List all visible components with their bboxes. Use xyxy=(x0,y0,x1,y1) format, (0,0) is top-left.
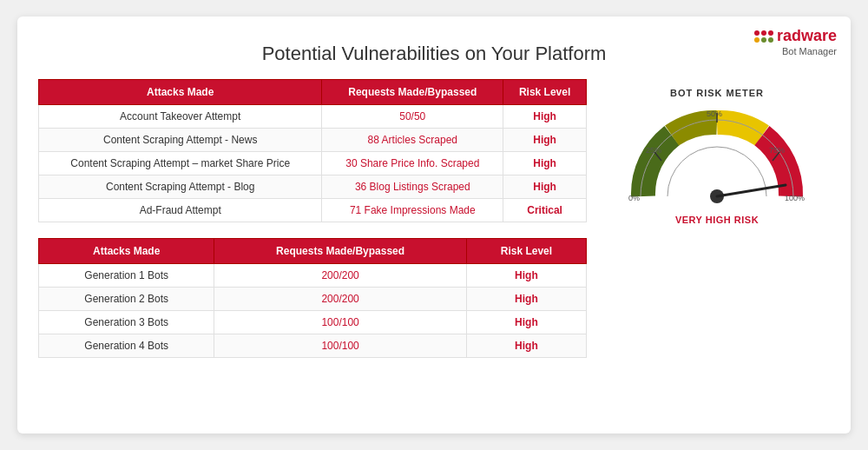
table2: Attacks Made Requests Made/Bypassed Risk… xyxy=(38,238,587,358)
attack-name: Generation 1 Bots xyxy=(39,264,214,288)
table-row: Content Scraping Attempt - News88 Articl… xyxy=(39,129,587,152)
risk-cell: High xyxy=(466,288,586,311)
logo-text: radware xyxy=(777,27,837,45)
requests-cell: 71 Fake Impressions Made xyxy=(322,199,503,222)
attack-name: Generation 3 Bots xyxy=(39,311,214,334)
logo-dot xyxy=(754,30,760,36)
requests-cell: 100/100 xyxy=(214,334,467,358)
logo-dot xyxy=(768,37,773,43)
gauge-risk-label: VERY HIGH RISK xyxy=(675,215,759,225)
table-row: Generation 3 Bots100/100High xyxy=(39,311,587,334)
gauge-section: BOT RISK METER xyxy=(604,79,830,374)
table1-header: Attacks Made Requests Made/Bypassed Risk… xyxy=(39,80,587,105)
gauge-title: BOT RISK METER xyxy=(670,88,764,98)
table2-wrapper: Attacks Made Requests Made/Bypassed Risk… xyxy=(38,238,587,358)
risk-cell: High xyxy=(503,152,587,175)
attack-name: Content Scraping Attempt - Blog xyxy=(39,175,322,199)
risk-cell: High xyxy=(503,129,587,152)
logo-dot xyxy=(768,30,773,36)
tables-section: Attacks Made Requests Made/Bypassed Risk… xyxy=(38,79,587,374)
table2-col2-header: Requests Made/Bypassed xyxy=(214,239,467,264)
risk-cell: High xyxy=(503,105,587,129)
attack-name: Generation 4 Bots xyxy=(39,334,214,358)
requests-cell: 88 Articles Scraped xyxy=(322,129,503,152)
gauge-label-100: 100% xyxy=(785,194,805,202)
attack-name: Ad-Fraud Attempt xyxy=(39,199,322,222)
requests-cell: 36 Blog Listings Scraped xyxy=(322,175,503,199)
table-row: Generation 1 Bots200/200High xyxy=(39,264,587,288)
table2-header: Attacks Made Requests Made/Bypassed Risk… xyxy=(39,239,587,264)
table-row: Generation 2 Bots200/200High xyxy=(39,288,587,311)
logo-dot xyxy=(761,30,766,36)
requests-cell: 200/200 xyxy=(214,288,467,311)
table2-col3-header: Risk Level xyxy=(466,239,586,264)
risk-cell: High xyxy=(466,264,586,288)
requests-cell: 100/100 xyxy=(214,311,467,334)
content-layout: Attacks Made Requests Made/Bypassed Risk… xyxy=(38,79,830,374)
table1-col1-header: Attacks Made xyxy=(39,80,322,105)
table-row: Account Takeover Attempt50/50High xyxy=(39,105,587,129)
gauge-container: 0% 25% 50% 75% 100% xyxy=(621,105,812,209)
page-title: Potential Vulnerabilities on Your Platfo… xyxy=(38,43,830,65)
table1-body: Account Takeover Attempt50/50HighContent… xyxy=(39,105,587,222)
logo-sub: Bot Manager xyxy=(782,46,837,56)
gauge-svg: 0% 25% 50% 75% 100% xyxy=(621,105,812,214)
table2-col1-header: Attacks Made xyxy=(39,239,214,264)
logo-dot xyxy=(761,37,766,43)
requests-cell: 200/200 xyxy=(214,264,467,288)
table1-col2-header: Requests Made/Bypassed xyxy=(322,80,503,105)
table-row: Content Scraping Attempt – market Share … xyxy=(39,152,587,175)
table-row: Content Scraping Attempt - Blog36 Blog L… xyxy=(39,175,587,199)
table1-wrapper: Attacks Made Requests Made/Bypassed Risk… xyxy=(38,79,587,222)
logo-dot xyxy=(754,37,760,43)
table1-col3-header: Risk Level xyxy=(503,80,587,105)
logo-dots xyxy=(754,30,773,43)
gauge-label-25: 25% xyxy=(646,146,661,155)
main-card: radware Bot Manager Potential Vulnerabil… xyxy=(17,17,851,433)
logo: radware Bot Manager xyxy=(754,27,837,56)
attack-name: Generation 2 Bots xyxy=(39,288,214,311)
risk-cell: High xyxy=(466,334,586,358)
gauge-needle xyxy=(717,185,786,196)
risk-cell: High xyxy=(466,311,586,334)
requests-cell: 30 Share Price Info. Scraped xyxy=(322,152,503,175)
attack-name: Content Scraping Attempt - News xyxy=(39,129,322,152)
gauge-label-50: 50% xyxy=(707,109,722,118)
table-row: Generation 4 Bots100/100High xyxy=(39,334,587,358)
logo-brand: radware xyxy=(754,27,837,45)
risk-cell: Critical xyxy=(503,199,587,222)
attack-name: Content Scraping Attempt – market Share … xyxy=(39,152,322,175)
gauge-label-0: 0% xyxy=(628,194,640,202)
attack-name: Account Takeover Attempt xyxy=(39,105,322,129)
risk-cell: High xyxy=(503,175,587,199)
table-row: Ad-Fraud Attempt71 Fake Impressions Made… xyxy=(39,199,587,222)
gauge-label-75: 75% xyxy=(769,146,785,155)
table2-body: Generation 1 Bots200/200HighGeneration 2… xyxy=(39,264,587,358)
requests-cell: 50/50 xyxy=(322,105,503,129)
table1: Attacks Made Requests Made/Bypassed Risk… xyxy=(38,79,587,222)
